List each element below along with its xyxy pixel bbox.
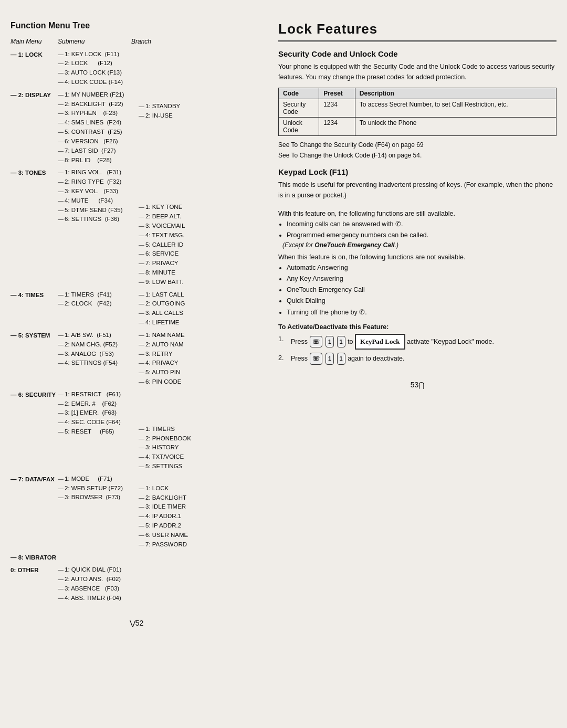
cell-preset-security: 1234 [319,99,355,118]
list-item: — 1: KEY TONE [139,203,185,212]
tree-main-datafax: — 7: DATA/FAX [10,474,58,484]
tree-main-system: — 5: SYSTEM [10,331,58,341]
step-1-text: Press ☏ 1 1 to KeyPad Lock activate "Key… [291,334,494,350]
list-item: — 5: CONTRAST (F25) [58,128,136,137]
col-preset: Preset [319,88,355,99]
tree-main-times: — 4: TIMES [10,290,58,300]
not-available-list: Automatic Answering Any Key Answering On… [287,262,556,318]
left-page-num: ⋁52 [130,619,144,627]
table-row: UnlockCode 1234 To unlock the Phone [279,118,556,136]
tree-branch-system: — 1: NAM NAME — 2: AUTO NAM — 3: RETRY —… [139,331,185,387]
list-item: — 6: VERSION (F26) [58,137,136,146]
list-item: — 2: NAM CHG. (F52) [58,340,136,350]
tree-sub-display: — 1: MY NUMBER (F21) — 2: BACKLIGHT (F22… [58,90,136,165]
security-title: Security Code and Unlock Code [278,49,556,58]
step-2-text: Press ☏ 1 1 again to deactivate. [291,353,405,365]
col-code: Code [279,88,319,99]
cell-code-security: SecurityCode [279,99,319,118]
list-item: — 5: DTMF SEND (F35) [58,206,136,215]
power-phone-icon: ✆ [359,309,365,316]
list-item: — 8: MINUTE [139,268,185,278]
table-row: SecurityCode 1234 To access Secret Numbe… [279,99,556,118]
tree-section-display: — 2: DISPLAY — 1: MY NUMBER (F21) — 2: B… [10,90,262,165]
list-item: — 9: LOW BATT. [139,278,185,287]
tree-sub-lock: — 1: KEY LOCK (F11) — 2: LOCK (F12) — 3:… [58,50,136,87]
list-item: — 4: SMS LINES (F24) [58,118,136,128]
list-item: — 5: IP ADDR.2 [139,521,188,531]
list-item: — 3: VOICEMAIL [139,221,185,231]
tree-sub-system: — 1: A/B SW. (F51) — 2: NAM CHG. (F52) —… [58,331,136,368]
list-item: — 4: SETTINGS (F54) [58,358,136,368]
tree-section-lock: — 1: LOCK — 1: KEY LOCK (F11) — 2: LOCK … [10,50,262,87]
keypad-intro: This mode is useful for preventing inadv… [278,180,556,201]
list-item: Programmed emergency numbers can be call… [287,230,556,241]
list-item: — 3: KEY VOL. (F33) [58,187,136,196]
list-item: — 1: RING VOL. (F31) [58,168,136,177]
list-item: — 2: PHONEBOOK [139,434,191,444]
list-item: — 5: RESET (F65) [58,427,136,437]
list-item: — 2: CLOCK (F42) [58,299,136,309]
keypad-title: Keypad Lock (F11) [278,167,556,176]
list-item: — 1: RESTRICT (F61) [58,390,136,399]
list-item: — 7: PRIVACY [139,259,185,268]
list-item: — 1: LOCK [139,484,188,493]
phone-icon: ✆ [395,220,401,228]
right-column: Lock Features Security Code and Unlock C… [278,21,556,707]
except-note: (Except for OneTouch Emergency Call.) [282,241,556,249]
not-available-intro: When this feature is on, the following f… [278,252,556,262]
activate-step-2: 2. Press ☏ 1 1 again to deactivate. [278,353,556,365]
list-item: — 2: EMER. # (F62) [58,399,136,409]
tree-section-other: 0: OTHER — 1: QUICK DIAL (F01) — 2: AUTO… [10,565,262,603]
list-item: — 3: AUTO LOCK (F13) [58,68,136,78]
tree-main-vibrator: — 8: VIBRATOR [10,553,58,563]
keypad-lock-label: KeyPad Lock [355,334,405,350]
tree-main-tones: — 3: TONES [10,168,58,178]
tree-sub-datafax: — 1: MODE (F71) — 2: WEB SETUP (F72) — 3… [58,474,136,502]
tree-branch-tones: — 1: KEY TONE — 2: BEEP ALT. — 3: VOICEM… [139,168,185,287]
list-item: — 8: PRL ID (F28) [58,156,136,165]
list-item: — 1: KEY LOCK (F11) [58,50,136,59]
tree-main-security: — 6: SECURITY [10,390,58,400]
tree-sub-other: — 1: QUICK DIAL (F01) — 2: AUTO ANS. (F0… [58,565,136,603]
tree-header: Main Menu Submenu Branch [10,37,262,47]
left-column: Function Menu Tree Main Menu Submenu Bra… [10,21,262,707]
page-number-right: 53⋂ [278,381,556,389]
header-branch: Branch [131,37,151,47]
tree-branch-display: — 1: STANDBY — 2: IN-USE [139,90,180,121]
right-title: Lock Features [278,21,556,37]
keypad-section: Keypad Lock (F11) This mode is useful fo… [278,167,556,365]
note1: See To Change the Security Code (F64) on… [278,141,556,149]
activate-step-1: 1. Press ☏ 1 1 to KeyPad Lock activate "… [278,334,556,350]
any-key-answering-item: Any Key Answering [287,273,556,284]
onetouch-item: OneTouch Emergency Call [287,284,556,296]
list-item: — 3: BROWSER (F73) [58,493,136,502]
list-item: — 4: LOCK CODE (F14) [58,78,136,87]
cell-code-unlock: UnlockCode [279,118,319,136]
list-item: — 5: AUTO PIN [139,368,185,377]
list-item: — 4: SEC. CODE (F64) [58,418,136,427]
list-item: — 2: BACKLIGHT (F22) [58,100,136,109]
list-item: — 6: USER NAME [139,531,188,540]
list-item: — 6: SETTINGS (F36) [58,215,136,224]
list-item: — 2: OUTGOING [139,299,185,309]
list-item: — 2: AUTO NAM [139,340,185,350]
menu-tree: Main Menu Submenu Branch — 1: LOCK — 1: … [10,37,262,603]
list-item: — 4: MUTE (F34) [58,196,136,206]
right-header: Lock Features [278,21,556,42]
header-sub: Submenu [58,37,131,47]
key-1b: 1 [337,336,345,348]
right-page-num: 53⋂ [411,381,425,389]
list-item: — 2: IN-USE [139,111,180,121]
header-main: Main Menu [10,37,58,47]
security-body: Your phone is equipped with the Security… [278,61,556,82]
list-item: — 5: SETTINGS [139,462,191,471]
list-item: — 3: HISTORY [139,443,191,452]
list-item: — 3: RETRY [139,350,185,359]
key-1a: 1 [326,336,334,348]
list-item: — 7: LAST SID (F27) [58,146,136,156]
step-1-num: 1. [278,334,288,345]
list-item: — 4: ABS. TIMER (F04) [58,594,136,603]
list-item: — 4: TEXT MSG. [139,231,185,240]
turning-off-item: Turning off the phone by ✆. [287,307,556,318]
tree-section-datafax: — 7: DATA/FAX — 1: MODE (F71) — 2: WEB S… [10,474,262,550]
